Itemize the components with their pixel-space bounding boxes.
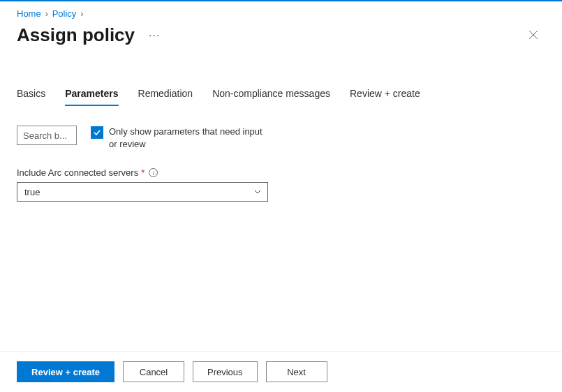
controls-row: Only show parameters that need input or … (17, 126, 545, 151)
page-title: Assign policy (17, 24, 135, 46)
info-icon[interactable]: i (149, 168, 158, 177)
field-label-row: Include Arc connected servers * i (17, 167, 545, 178)
tab-parameters[interactable]: Parameters (65, 84, 118, 106)
previous-button[interactable]: Previous (193, 361, 258, 382)
chevron-down-icon (253, 188, 262, 196)
header-area: Home › Policy › Assign policy ··· (0, 1, 562, 46)
breadcrumb-link-home[interactable]: Home (17, 8, 41, 19)
content-scroll[interactable]: Basics Parameters Remediation Non-compli… (0, 70, 562, 349)
checkmark-icon (93, 128, 101, 137)
more-actions-button[interactable]: ··· (146, 28, 163, 43)
title-left: Assign policy ··· (17, 24, 163, 46)
next-button[interactable]: Next (266, 361, 327, 382)
breadcrumb: Home › Policy › (17, 8, 545, 19)
tab-review-create[interactable]: Review + create (350, 84, 420, 106)
review-create-button[interactable]: Review + create (17, 361, 114, 382)
filter-checkbox-group: Only show parameters that need input or … (91, 126, 265, 151)
parameter-select-value: true (24, 187, 40, 197)
breadcrumb-link-policy[interactable]: Policy (52, 8, 77, 19)
close-icon (528, 30, 538, 40)
parameter-select[interactable]: true (17, 182, 268, 202)
chevron-right-icon: › (80, 9, 83, 19)
filter-checkbox-label: Only show parameters that need input or … (109, 126, 265, 151)
footer: Review + create Cancel Previous Next (0, 351, 562, 392)
filter-checkbox[interactable] (91, 126, 103, 139)
title-row: Assign policy ··· (17, 24, 545, 46)
tab-non-compliance-messages[interactable]: Non-compliance messages (212, 84, 330, 106)
field-label: Include Arc connected servers (17, 167, 138, 178)
search-input[interactable] (17, 126, 77, 145)
close-button[interactable] (524, 25, 542, 46)
tab-remediation[interactable]: Remediation (138, 84, 193, 106)
tab-basics[interactable]: Basics (17, 84, 45, 106)
tabs: Basics Parameters Remediation Non-compli… (17, 84, 545, 106)
parameter-field: Include Arc connected servers * i true (17, 167, 545, 202)
chevron-right-icon: › (45, 9, 48, 19)
required-indicator: * (141, 167, 145, 178)
cancel-button[interactable]: Cancel (123, 361, 184, 382)
